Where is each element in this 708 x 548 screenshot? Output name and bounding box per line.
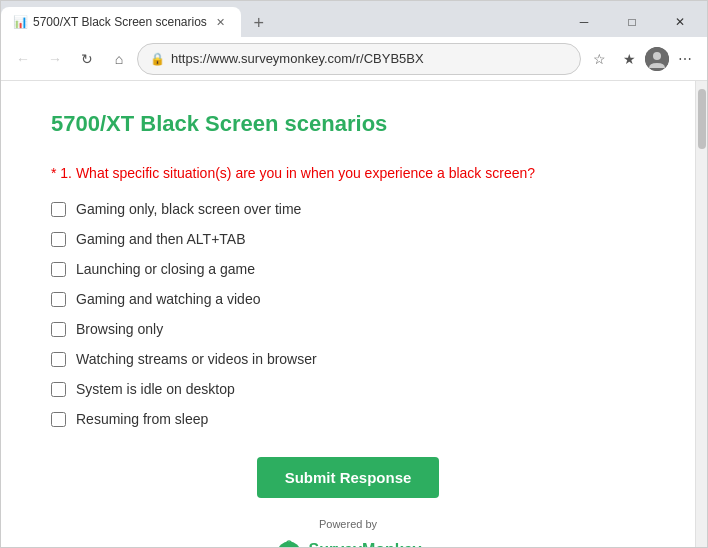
question-text: What specific situation(s) are you in wh…	[72, 165, 535, 181]
submit-button[interactable]: Submit Response	[257, 457, 440, 498]
scrollbar-thumb[interactable]	[698, 89, 706, 149]
reload-button[interactable]: ↻	[73, 45, 101, 73]
tab-bar: 📊 5700/XT Black Screen scenarios ✕ + ─ □…	[1, 1, 707, 37]
submit-section: Submit Response	[51, 457, 645, 498]
svg-point-1	[653, 52, 661, 60]
list-item: Gaming and watching a video	[51, 291, 645, 307]
checkbox-6[interactable]	[51, 382, 66, 397]
menu-button[interactable]: ⋯	[671, 45, 699, 73]
checkbox-label-3: Gaming and watching a video	[76, 291, 260, 307]
surveymonkey-icon	[275, 536, 303, 547]
new-tab-button[interactable]: +	[245, 9, 273, 37]
question-required: * 1.	[51, 165, 72, 181]
checkbox-label-0: Gaming only, black screen over time	[76, 201, 301, 217]
checkbox-0[interactable]	[51, 202, 66, 217]
checkbox-1[interactable]	[51, 232, 66, 247]
home-button[interactable]: ⌂	[105, 45, 133, 73]
list-item: Resuming from sleep	[51, 411, 645, 427]
checkbox-label-6: System is idle on desktop	[76, 381, 235, 397]
checkbox-label-1: Gaming and then ALT+TAB	[76, 231, 246, 247]
scrollbar[interactable]	[695, 81, 707, 547]
maximize-button[interactable]: □	[609, 7, 655, 37]
back-button[interactable]: ←	[9, 45, 37, 73]
list-item: Gaming only, black screen over time	[51, 201, 645, 217]
checkbox-label-7: Resuming from sleep	[76, 411, 208, 427]
bookmark-button[interactable]: ★	[615, 45, 643, 73]
svg-point-2	[277, 542, 299, 547]
address-text: https://www.surveymonkey.com/r/CBYB5BX	[171, 51, 568, 66]
checkbox-label-4: Browsing only	[76, 321, 163, 337]
active-tab[interactable]: 📊 5700/XT Black Screen scenarios ✕	[1, 7, 241, 37]
close-button[interactable]: ✕	[657, 7, 703, 37]
powered-by-label: Powered by	[51, 518, 645, 530]
checkbox-7[interactable]	[51, 412, 66, 427]
tab-favicon: 📊	[13, 15, 27, 29]
question-label: * 1. What specific situation(s) are you …	[51, 165, 645, 181]
avatar[interactable]	[645, 47, 669, 71]
forward-button[interactable]: →	[41, 45, 69, 73]
toolbar-right: ☆ ★ ⋯	[585, 45, 699, 73]
list-item: Launching or closing a game	[51, 261, 645, 277]
checkbox-label-2: Launching or closing a game	[76, 261, 255, 277]
page-content: 5700/XT Black Screen scenarios * 1. What…	[1, 81, 695, 547]
survey-title: 5700/XT Black Screen scenarios	[51, 111, 645, 137]
lock-icon: 🔒	[150, 52, 165, 66]
checkbox-4[interactable]	[51, 322, 66, 337]
tab-close-button[interactable]: ✕	[213, 14, 229, 30]
list-item: Watching streams or videos in browser	[51, 351, 645, 367]
list-item: System is idle on desktop	[51, 381, 645, 397]
minimize-button[interactable]: ─	[561, 7, 607, 37]
surveymonkey-logo: SurveyMonkey	[51, 536, 645, 547]
browser-window: 📊 5700/XT Black Screen scenarios ✕ + ─ □…	[0, 0, 708, 548]
content-area: 5700/XT Black Screen scenarios * 1. What…	[1, 81, 707, 547]
toolbar: ← → ↻ ⌂ 🔒 https://www.surveymonkey.com/r…	[1, 37, 707, 81]
bookmark-star-button[interactable]: ☆	[585, 45, 613, 73]
checkbox-2[interactable]	[51, 262, 66, 277]
window-controls: ─ □ ✕	[561, 7, 707, 37]
tab-title: 5700/XT Black Screen scenarios	[33, 15, 207, 29]
checkbox-5[interactable]	[51, 352, 66, 367]
checkbox-3[interactable]	[51, 292, 66, 307]
list-item: Gaming and then ALT+TAB	[51, 231, 645, 247]
checkbox-label-5: Watching streams or videos in browser	[76, 351, 317, 367]
logo-text: SurveyMonkey	[309, 541, 422, 547]
address-bar[interactable]: 🔒 https://www.surveymonkey.com/r/CBYB5BX	[137, 43, 581, 75]
list-item: Browsing only	[51, 321, 645, 337]
checkbox-list: Gaming only, black screen over timeGamin…	[51, 201, 645, 427]
